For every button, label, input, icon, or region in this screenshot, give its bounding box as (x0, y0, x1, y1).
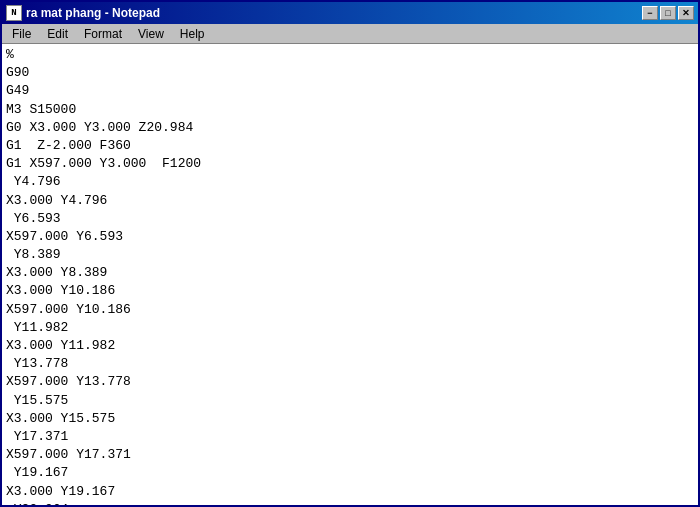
menu-format[interactable]: Format (76, 25, 130, 43)
editor-area: % G90 G49 M3 S15000 G0 X3.000 Y3.000 Z20… (2, 44, 698, 505)
text-editor[interactable]: % G90 G49 M3 S15000 G0 X3.000 Y3.000 Z20… (2, 44, 698, 505)
window-controls: − □ ✕ (642, 6, 694, 20)
close-button[interactable]: ✕ (678, 6, 694, 20)
menu-bar: File Edit Format View Help (2, 24, 698, 44)
title-bar: N ra mat phang - Notepad − □ ✕ (2, 2, 698, 24)
menu-view[interactable]: View (130, 25, 172, 43)
app-icon: N (6, 5, 22, 21)
menu-edit[interactable]: Edit (39, 25, 76, 43)
maximize-button[interactable]: □ (660, 6, 676, 20)
menu-file[interactable]: File (4, 25, 39, 43)
menu-help[interactable]: Help (172, 25, 213, 43)
minimize-button[interactable]: − (642, 6, 658, 20)
window-title: ra mat phang - Notepad (26, 6, 642, 20)
notepad-window: N ra mat phang - Notepad − □ ✕ File Edit… (0, 0, 700, 507)
